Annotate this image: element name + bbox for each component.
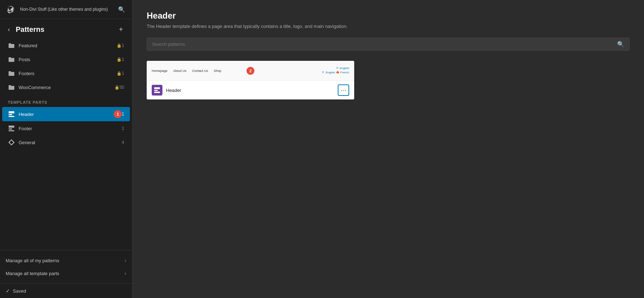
preview-link-contact: Contact Us: [192, 69, 208, 73]
chevron-right-icon-patterns: ›: [125, 258, 126, 263]
lock-icon-footers: 🔒: [117, 71, 122, 76]
saved-label: Saved: [13, 288, 26, 294]
svg-rect-12: [9, 128, 12, 130]
diamond-icon-general: [8, 139, 15, 146]
sidebar-item-posts[interactable]: Posts 🔒 1: [2, 53, 130, 66]
lock-icon-woo: 🔒: [114, 85, 119, 90]
svg-rect-10: [9, 116, 14, 117]
pattern-icon: [152, 85, 162, 96]
template-icon-header: [8, 111, 15, 118]
sidebar-nav: Featured 🔒 1 Posts 🔒 1 Footers: [0, 38, 132, 250]
main-content: Header The Header template defines a pag…: [132, 0, 644, 298]
wordpress-icon: [7, 5, 15, 13]
preview-nav-links: Homepage About Us Contact Us Shop: [152, 69, 221, 73]
search-bar: 🔍: [147, 38, 630, 51]
sidebar-item-general-label: General: [19, 140, 122, 145]
sidebar-item-posts-count: 1: [122, 57, 124, 62]
top-search-button[interactable]: 🔍: [116, 4, 127, 15]
manage-template-parts-label: Manage all template parts: [6, 271, 59, 276]
back-button[interactable]: ‹: [6, 25, 12, 34]
saved-checkmark: ✓: [6, 288, 10, 294]
sidebar-item-general-count: 4: [122, 140, 124, 145]
sidebar-item-footer-count: 1: [122, 126, 124, 131]
sidebar: Non-Divi Stuff (Like other themes and pl…: [0, 0, 132, 298]
svg-rect-7: [9, 85, 11, 87]
svg-rect-8: [9, 111, 14, 113]
template-icon-footer: [8, 125, 15, 132]
sidebar-item-footers[interactable]: Footers 🔒 1: [2, 67, 130, 80]
sidebar-item-woocommerce[interactable]: WooCommerce 🔒 50: [2, 80, 130, 94]
preview-link-shop: Shop: [214, 69, 221, 73]
sidebar-item-woo-count: 50: [119, 85, 124, 90]
sidebar-title: Patterns: [16, 25, 116, 34]
sidebar-item-header-count: 1: [122, 112, 124, 117]
lang-line-1: 🏳 English: [322, 66, 349, 71]
manage-patterns-label: Manage all of my patterns: [6, 258, 59, 263]
sidebar-item-header-label: Header: [19, 112, 111, 117]
svg-rect-5: [9, 71, 11, 73]
sidebar-header: ‹ Patterns +: [0, 19, 132, 38]
svg-rect-9: [9, 114, 12, 115]
pattern-footer: Header ⋯: [147, 80, 354, 99]
top-bar: Non-Divi Stuff (Like other themes and pl…: [0, 0, 132, 19]
header-badge: 1: [114, 110, 122, 118]
search-button[interactable]: 🔍: [617, 41, 624, 48]
svg-rect-3: [9, 57, 11, 59]
page-description: The Header template defines a page area …: [147, 24, 630, 29]
sidebar-item-featured-label: Featured: [19, 43, 115, 48]
sidebar-item-woo-label: WooCommerce: [19, 85, 113, 90]
sidebar-item-footer-part[interactable]: Footer 1: [2, 122, 130, 135]
lock-icon-posts: 🔒: [117, 57, 122, 62]
folder-icon-posts: [8, 56, 15, 63]
wp-logo: [5, 4, 16, 15]
folder-icon-woo: [8, 84, 15, 91]
manage-patterns-link[interactable]: Manage all of my patterns ›: [0, 254, 132, 267]
pattern-name: Header: [166, 88, 338, 93]
manage-template-parts-link[interactable]: Manage all template parts ›: [0, 267, 132, 280]
svg-rect-13: [9, 130, 14, 131]
folder-icon-footers: [8, 70, 15, 77]
preview-badge-2: 2: [247, 67, 254, 75]
lang-line-2: 🏳 English 🍁 French: [322, 71, 349, 75]
sidebar-item-footer-label: Footer: [19, 126, 122, 131]
svg-rect-16: [154, 92, 160, 93]
add-pattern-button[interactable]: +: [116, 24, 126, 35]
sidebar-item-featured[interactable]: Featured 🔒 1: [2, 39, 130, 52]
chevron-right-icon-parts: ›: [125, 270, 126, 276]
search-input[interactable]: [152, 41, 617, 47]
pattern-preview: Homepage About Us Contact Us Shop 2 🏳 En…: [147, 61, 354, 80]
lock-icon-featured: 🔒: [117, 43, 122, 48]
site-name: Non-Divi Stuff (Like other themes and pl…: [20, 6, 116, 13]
sidebar-item-footers-label: Footers: [19, 71, 115, 76]
pattern-icon-svg: [154, 87, 160, 93]
sidebar-item-header[interactable]: Header 1 1: [2, 107, 130, 121]
sidebar-item-footers-count: 1: [122, 71, 124, 76]
preview-link-homepage: Homepage: [152, 69, 167, 73]
saved-bar: ✓ Saved: [0, 283, 132, 298]
sidebar-item-posts-label: Posts: [19, 57, 115, 62]
sidebar-item-general[interactable]: General 4: [2, 136, 130, 149]
svg-rect-11: [9, 126, 14, 128]
svg-rect-14: [154, 87, 160, 89]
svg-rect-1: [9, 43, 11, 45]
template-parts-section-label: TEMPLATE PARTS: [0, 94, 132, 107]
pattern-card-header: Homepage About Us Contact Us Shop 2 🏳 En…: [147, 61, 354, 99]
page-title: Header: [147, 11, 630, 21]
svg-rect-15: [154, 90, 158, 91]
sidebar-footer: Manage all of my patterns › Manage all t…: [0, 250, 132, 283]
pattern-options-button[interactable]: ⋯: [338, 84, 349, 96]
preview-lang: 🏳 English 🏳 English 🍁 French: [322, 66, 349, 75]
sidebar-item-featured-count: 1: [122, 43, 124, 48]
preview-link-about: About Us: [173, 69, 186, 73]
folder-icon: [8, 42, 15, 49]
